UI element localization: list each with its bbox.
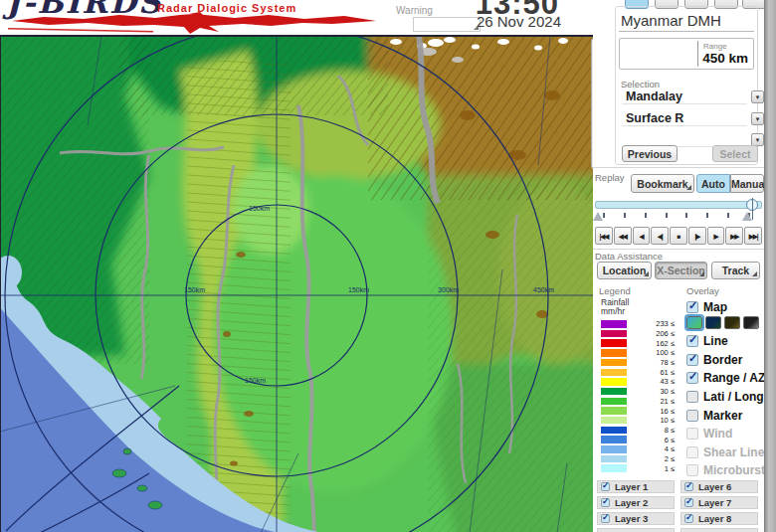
overlay-item-label: Microburst: [703, 463, 765, 477]
map-style-dark-gray-swatch[interactable]: [743, 316, 759, 329]
layer-7-row[interactable]: Layer 7: [680, 496, 758, 509]
layer-1-row[interactable]: Layer 1: [597, 480, 675, 493]
overlay-item-microburst: Microburst: [686, 461, 762, 480]
layer-8-checkbox[interactable]: [684, 514, 693, 523]
legend-row: 162 ≤: [601, 338, 675, 348]
marker-checkbox[interactable]: [686, 410, 698, 422]
layer-label: Layer 7: [698, 497, 731, 508]
layer-row-partial[interactable]: [597, 528, 675, 532]
layer-label: Layer 8: [698, 513, 731, 524]
border-checkbox[interactable]: [686, 354, 698, 366]
site-field[interactable]: Mandalay: [622, 89, 747, 104]
layer-2-checkbox[interactable]: [601, 498, 610, 507]
overlay-item-line[interactable]: Line: [686, 332, 762, 351]
select-button[interactable]: Select: [712, 145, 758, 162]
range-value: 450 km: [702, 51, 748, 66]
lati-long-checkbox[interactable]: [686, 391, 698, 403]
line-checkbox[interactable]: [686, 335, 698, 347]
site-dropdown-button[interactable]: ▼: [751, 90, 764, 103]
overlay-label: Overlay: [686, 285, 719, 296]
overlay-item-marker[interactable]: Marker: [686, 406, 762, 425]
legend-swatch: [601, 464, 627, 472]
previous-button[interactable]: Previous: [622, 145, 678, 162]
range-label-east-300: 300km: [438, 286, 459, 293]
overlay-item-range-az[interactable]: Range / AZ: [686, 369, 762, 388]
legend-value: 21 ≤: [627, 397, 675, 406]
overlay-item-label: Wind: [703, 427, 732, 441]
auto-button[interactable]: Auto: [696, 174, 730, 193]
layer-2-row[interactable]: Layer 2: [597, 496, 675, 509]
layer-6-checkbox[interactable]: [684, 482, 693, 491]
map-style-swatches: [686, 316, 759, 329]
legend-row: 6 ≤: [601, 435, 675, 444]
layer-3-row[interactable]: Layer 3: [597, 512, 675, 525]
range-az-checkbox[interactable]: [686, 372, 698, 384]
map-checkbox[interactable]: [686, 301, 698, 313]
overlay-item-wind: Wind: [686, 425, 762, 443]
layer-7-checkbox[interactable]: [684, 498, 693, 507]
layer-8-row[interactable]: Layer 8: [680, 512, 758, 525]
fast-forward-button[interactable]: ▶▶: [725, 227, 743, 245]
map-style-terrain-swatch[interactable]: [686, 316, 702, 329]
clock-date: 26 Nov 2024: [446, 13, 561, 30]
product-dropdown-button[interactable]: ▼: [751, 112, 764, 125]
layer-3-checkbox[interactable]: [601, 514, 610, 523]
legend-row: 233 ≤: [601, 319, 675, 329]
panel-scrollbar-strip[interactable]: [764, 0, 776, 532]
jump-end-button[interactable]: ▶▶|: [744, 227, 762, 245]
manual-button[interactable]: Manual: [730, 174, 764, 193]
legend-value: 16 ≤: [627, 407, 675, 416]
divider: [593, 249, 764, 250]
next-frame-button[interactable]: |▶: [688, 227, 706, 245]
xsection-button[interactable]: X-Section: [655, 262, 707, 279]
map-style-dark-navy-swatch[interactable]: [705, 316, 721, 329]
rainfall-legend: 233 ≤ 206 ≤ 162 ≤ 100 ≤ 78 ≤ 61 ≤ 43 ≤ 3…: [601, 319, 675, 473]
legend-swatch: [601, 417, 627, 425]
radar-map-viewport[interactable]: 150km 300km 450km 150km 150km 150km: [0, 35, 595, 532]
replay-slider-track[interactable]: [595, 201, 762, 209]
stop-button[interactable]: ■: [670, 227, 687, 245]
legend-value: 6 ≤: [627, 436, 675, 444]
replay-label: Replay: [595, 172, 625, 183]
layer-label: Layer 6: [698, 481, 731, 492]
range-label-east-450: 450km: [533, 286, 554, 293]
layer-1-checkbox[interactable]: [601, 482, 610, 491]
legend-value: 100 ≤: [627, 348, 675, 357]
data-assistance-label: Data Assistance: [595, 251, 663, 262]
range-box: Range 450 km: [619, 38, 754, 70]
overlay-item-map[interactable]: Map: [686, 298, 727, 317]
bookmark-button[interactable]: Bookmark: [631, 174, 694, 193]
wind-checkbox: [686, 428, 698, 440]
layer-row-partial[interactable]: [680, 528, 758, 532]
station-title: Myanmar DMH: [619, 12, 754, 32]
legend-swatch: [601, 445, 627, 453]
layer-label: Layer 2: [615, 497, 648, 508]
legend-row: 78 ≤: [601, 358, 675, 368]
track-button[interactable]: Track: [711, 262, 760, 279]
step-back-button[interactable]: ◀: [633, 227, 651, 245]
overlay-item-label: Shear Line: [703, 445, 764, 459]
layer-6-row[interactable]: Layer 6: [680, 480, 758, 493]
legend-swatch: [601, 320, 627, 328]
overlay-item-shear-line: Shear Line: [686, 443, 762, 462]
replay-slider-handle[interactable]: [746, 199, 758, 211]
legend-swatch: [601, 407, 627, 415]
legend-row: 2 ≤: [601, 454, 675, 464]
overlay-item-border[interactable]: Border: [686, 351, 762, 370]
fast-rewind-button[interactable]: ◀◀: [614, 227, 632, 245]
legend-swatch: [601, 427, 627, 435]
prev-frame-button[interactable]: ◀|: [651, 227, 669, 245]
jump-start-button[interactable]: |◀◀: [595, 227, 613, 245]
slider-end-marker: [742, 212, 752, 221]
overlay-item-lati-long[interactable]: Lati / Long: [686, 388, 762, 407]
product-field[interactable]: Surface R: [622, 111, 747, 126]
map-style-dark-olive-swatch[interactable]: [724, 316, 740, 329]
jbirds-app: J-BIRDS Radar Dialogic System Warning 13…: [0, 0, 776, 532]
legend-swatch: [601, 398, 627, 406]
divider: [593, 167, 764, 168]
location-button[interactable]: Location: [597, 262, 652, 279]
transport-controls: |◀◀ ◀◀ ◀ ◀| ■ |▶ ▶ ▶▶ ▶▶|: [595, 227, 762, 245]
play-button[interactable]: ▶: [707, 227, 725, 245]
legend-row: 43 ≤: [601, 377, 675, 387]
microburst-checkbox: [686, 464, 698, 476]
